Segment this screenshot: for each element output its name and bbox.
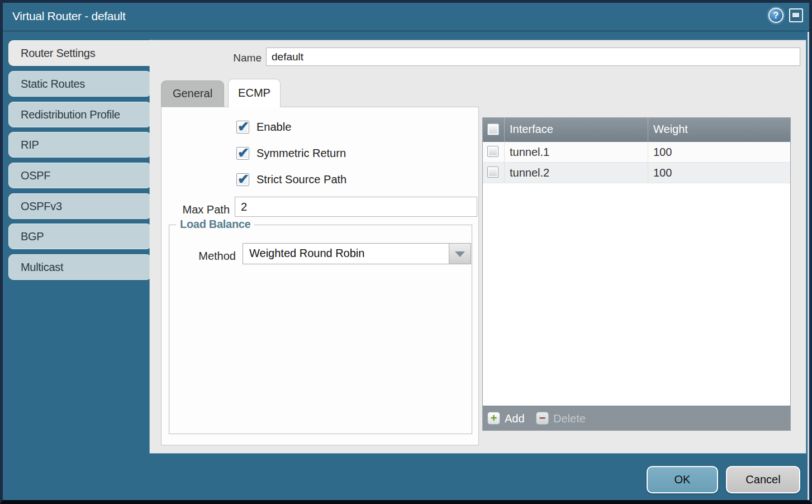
row-checkbox[interactable] [487,167,498,178]
load-balance-legend: Load Balance [176,218,254,231]
table-toolbar: + Add − Delete [483,406,790,430]
max-path-label: Max Path [162,203,230,216]
add-button-label: Add [505,412,525,425]
window-restore-icon[interactable] [789,8,803,22]
method-value: Weighted Round Robin [249,247,364,260]
add-icon: + [487,412,500,425]
row-checkbox[interactable] [487,146,498,157]
table-row[interactable]: tunnel.2 100 [483,163,790,183]
delete-icon: − [536,412,549,425]
sidebar-item-bgp[interactable]: BGP [8,224,151,249]
column-separator [504,118,505,142]
virtual-router-dialog: Virtual Router - default ? Router Settin… [0,0,812,504]
table-header: Interface Weight [483,118,790,142]
enable-label: Enable [257,121,291,134]
ecmp-panel: Enable Symmetric Return Strict Source Pa… [161,107,479,445]
dropdown-arrow-icon[interactable] [449,244,471,264]
main-panel: Name General ECMP Enable Symmetric Retur… [150,40,806,453]
name-input[interactable] [266,47,800,66]
column-header-interface: Interface [510,123,553,136]
sidebar-item-redistribution-profile[interactable]: Redistribution Profile [8,102,151,127]
sidebar-item-router-settings[interactable]: Router Settings [8,40,154,66]
cell-weight: 100 [653,167,672,179]
title-bar: Virtual Router - default ? [3,3,809,32]
column-separator [504,142,505,162]
ok-button[interactable]: OK [647,466,718,493]
sidebar-item-multicast[interactable]: Multicast [8,254,151,280]
ecmp-interface-table: Interface Weight tunnel.1 100 tunnel.2 1… [482,117,791,431]
sidebar-item-static-routes[interactable]: Static Routes [8,71,151,97]
dialog-title: Virtual Router - default [12,9,126,23]
name-label: Name [206,52,262,64]
sidebar-item-ospfv3[interactable]: OSPFv3 [8,193,151,219]
column-separator [648,163,648,183]
strict-source-path-label: Strict Source Path [257,173,346,186]
symmetric-return-checkbox[interactable] [236,147,249,160]
cell-weight: 100 [653,146,672,159]
enable-checkbox[interactable] [236,121,249,134]
delete-button-label: Delete [553,412,586,425]
column-header-weight: Weight [653,123,688,136]
column-separator [648,118,648,142]
tab-general[interactable]: General [161,80,224,107]
cell-interface: tunnel.1 [510,146,549,159]
cell-interface: tunnel.2 [510,167,549,179]
tab-ecmp[interactable]: ECMP [228,79,281,107]
select-all-checkbox[interactable] [487,123,499,135]
strict-source-path-checkbox[interactable] [236,173,249,186]
symmetric-return-label: Symmetric Return [257,147,346,160]
load-balance-fieldset: Load Balance Method Weighted Round Robin [169,225,472,434]
cancel-button[interactable]: Cancel [726,466,800,493]
sidebar-item-rip[interactable]: RIP [8,132,151,158]
max-path-input[interactable] [235,197,477,217]
sidebar-item-ospf[interactable]: OSPF [8,163,151,188]
method-label: Method [169,250,236,263]
table-row[interactable]: tunnel.1 100 [483,142,790,163]
column-separator [504,163,505,183]
help-icon[interactable]: ? [768,8,783,23]
method-dropdown[interactable]: Weighted Round Robin [243,243,471,264]
column-separator [648,142,648,162]
